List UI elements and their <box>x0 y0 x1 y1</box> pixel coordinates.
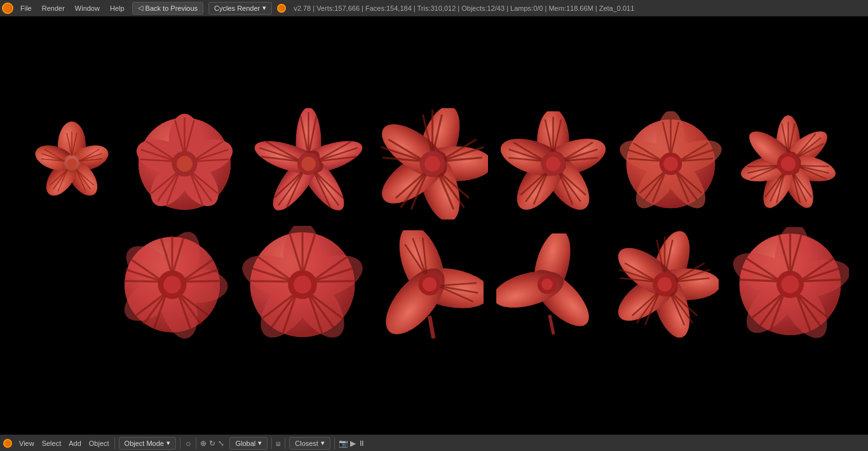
flower-6 <box>618 111 723 216</box>
timeline-icon: ⏸ <box>358 439 365 448</box>
flower-12 <box>611 230 719 338</box>
dropdown-arrow-icon: ▾ <box>262 4 266 12</box>
svg-point-210 <box>294 275 311 293</box>
transform-icons: ⊕ ↻ ⤡ <box>198 439 227 448</box>
status-bar-info: v2.78 | Verts:157,666 | Faces:154,184 | … <box>294 4 634 12</box>
snap-icons: ⧆ <box>273 439 283 448</box>
blender-bottom-logo <box>0 435 15 452</box>
viewport-icons: ○ <box>182 438 194 448</box>
blender-logo-icon <box>0 0 15 17</box>
back-button-label: Back to Previous <box>146 4 198 12</box>
flower-4 <box>377 108 488 219</box>
flower-5 <box>501 111 606 216</box>
snap-icon: ⧆ <box>276 439 281 448</box>
separator-6 <box>334 438 335 449</box>
bottom-status-bar: View Select Add Object Object Mode ▾ ○ ⊕… <box>0 434 868 451</box>
separator-4 <box>271 438 272 449</box>
separator-2 <box>180 438 180 449</box>
svg-point-274 <box>781 275 799 293</box>
svg-point-6 <box>67 158 77 169</box>
svg-point-186 <box>163 275 181 293</box>
flower-1 <box>27 119 116 208</box>
camera-icon: 📷 <box>339 439 348 448</box>
separator-3 <box>196 438 196 449</box>
flowers-row-1 <box>27 108 841 219</box>
flower-2 <box>129 108 240 219</box>
svg-line-226 <box>549 315 553 334</box>
snap-to-dropdown-icon: ▾ <box>321 439 325 447</box>
scale-icon: ⤡ <box>218 439 224 448</box>
circle-dot-icon: ○ <box>186 438 191 448</box>
render-engine-label: Cycles Render <box>214 4 260 12</box>
rotate-icon: ↻ <box>209 439 215 448</box>
flower-3 <box>253 108 364 219</box>
flower-11 <box>496 233 598 335</box>
flowers-render-area <box>0 17 868 434</box>
snap-to-selector[interactable]: Closest ▾ <box>289 437 330 450</box>
snap-to-label: Closest <box>295 440 318 447</box>
flowers-row-2 <box>20 226 849 343</box>
separator-5 <box>285 438 285 449</box>
back-arrow-icon: ◁ <box>138 4 143 12</box>
flower-13 <box>731 227 849 342</box>
file-menu[interactable]: File <box>15 0 37 17</box>
move-icon: ⊕ <box>200 439 207 448</box>
svg-point-45 <box>177 156 193 172</box>
top-menu-bar: File Render Window Help ◁ Back to Previo… <box>0 0 868 17</box>
render-preview-icon: ▶ <box>350 439 356 448</box>
flower-8 <box>115 229 229 340</box>
mode-selector[interactable]: Object Mode ▾ <box>119 437 176 450</box>
svg-line-214 <box>430 316 433 338</box>
svg-point-250 <box>657 277 672 292</box>
svg-point-89 <box>424 156 440 172</box>
separator-1 <box>114 438 115 449</box>
main-viewport <box>0 17 868 434</box>
render-icons-bottom: 📷 ▶ ⏸ <box>336 439 368 448</box>
flower-7 <box>736 111 841 216</box>
mode-dropdown-icon: ▾ <box>166 439 170 447</box>
object-menu-item[interactable]: Object <box>85 435 113 452</box>
svg-point-162 <box>781 156 796 171</box>
transform-orientation-selector[interactable]: Global ▾ <box>229 437 268 450</box>
svg-point-135 <box>663 156 678 171</box>
flower-9 <box>242 226 363 343</box>
svg-point-228 <box>541 279 553 290</box>
blender-version-icon <box>277 4 288 13</box>
add-menu-item[interactable]: Add <box>65 435 85 452</box>
view-menu-item[interactable]: View <box>15 435 38 452</box>
transform-dropdown-icon: ▾ <box>258 439 262 447</box>
transform-label: Global <box>235 440 255 447</box>
svg-point-111 <box>546 156 560 171</box>
flower-10 <box>376 230 484 338</box>
render-engine-selector[interactable]: Cycles Render ▾ <box>208 2 272 15</box>
svg-point-67 <box>301 156 316 171</box>
select-menu-item[interactable]: Select <box>38 435 65 452</box>
help-menu[interactable]: Help <box>105 0 130 17</box>
back-to-previous-button[interactable]: ◁ Back to Previous <box>132 2 204 15</box>
render-menu[interactable]: Render <box>37 0 70 17</box>
window-menu[interactable]: Window <box>70 0 105 17</box>
mode-label: Object Mode <box>125 440 164 447</box>
